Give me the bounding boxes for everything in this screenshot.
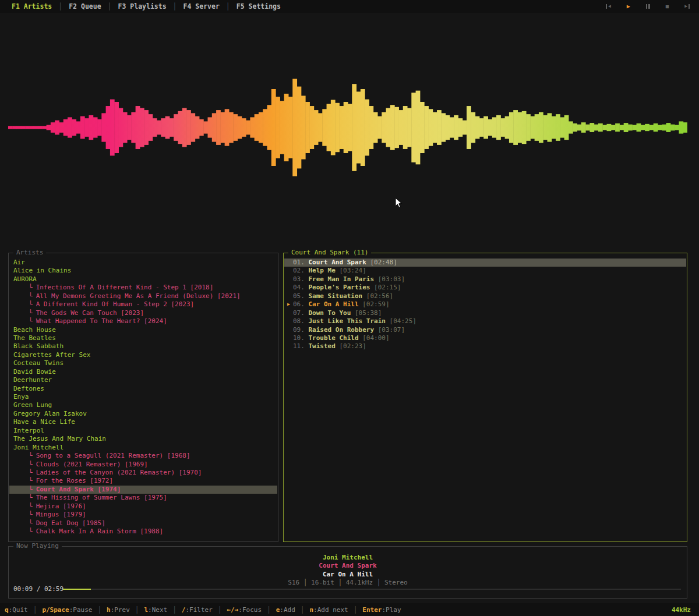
album-row[interactable]: └What Happened To The Heart? [2024] — [9, 317, 277, 325]
track-row[interactable]: 05. Same Situation [02:56] — [284, 292, 686, 300]
spacer — [305, 317, 309, 325]
tree-branch-glyph: └ — [29, 452, 33, 459]
artist-row[interactable]: Cigarettes After Sex — [9, 351, 277, 359]
track-duration: [02:59] — [362, 300, 389, 309]
skip-forward-button[interactable]: ▶ — [684, 4, 690, 9]
artist-row[interactable]: Interpol — [9, 427, 277, 435]
artist-label: David Bowie — [13, 368, 56, 376]
pause-button[interactable] — [646, 4, 650, 9]
album-row[interactable]: └Chalk Mark In A Rain Storm [1988] — [9, 528, 277, 536]
artist-row[interactable]: David Bowie — [9, 368, 277, 376]
progress-bar[interactable] — [63, 589, 681, 590]
track-row[interactable]: 01. Court And Spark [02:48] — [284, 259, 686, 267]
album-row[interactable]: └Infections Of A Different Kind - Step 1… — [9, 284, 277, 292]
artist-row[interactable]: The Jesus And Mary Chain — [9, 435, 277, 443]
keybinding-action: :Quit — [9, 606, 28, 614]
track-number: 07. — [293, 309, 305, 317]
skip-forward-icon: ▶ — [684, 4, 690, 9]
artist-row[interactable]: Alice in Chains — [9, 267, 277, 275]
artist-row[interactable]: Deerhunter — [9, 376, 277, 384]
artist-row[interactable]: The Beatles — [9, 334, 277, 342]
track-row[interactable]: 03. Free Man In Paris [03:03] — [284, 275, 686, 284]
album-row[interactable]: └Court And Spark [1974] — [9, 486, 277, 494]
tree-branch-glyph: └ — [29, 528, 33, 535]
album-row[interactable]: └All My Demons Greeting Me As A Friend (… — [9, 292, 277, 300]
spacer — [336, 342, 340, 351]
menu-tab-f1-artists[interactable]: F1 Artists — [12, 2, 52, 10]
album-row[interactable]: └Dog Eat Dog [1985] — [9, 519, 277, 528]
track-title: Free Man In Paris — [309, 275, 375, 284]
artist-row[interactable]: Have a Nice Life — [9, 418, 277, 426]
album-label: What Happened To The Heart? [2024] — [36, 317, 167, 325]
track-number: 01. — [293, 259, 305, 267]
album-row[interactable]: └The Hissing of Summer Lawns [1975] — [9, 494, 277, 502]
spacer — [305, 284, 309, 292]
spacer — [359, 334, 363, 342]
statusbar-separator: │ — [267, 606, 271, 614]
tree-branch-glyph: └ — [29, 469, 33, 476]
menu-tab-f3-playlists[interactable]: F3 Playlists — [118, 2, 167, 10]
album-label: The Gods We Can Touch [2023] — [36, 309, 144, 317]
progress-bar-fill — [63, 589, 91, 590]
artist-label: Gregory Alan Isakov — [13, 410, 87, 417]
artist-label: Have a Nice Life — [13, 418, 75, 426]
spacer — [305, 309, 309, 317]
artist-row[interactable]: Black Sabbath — [9, 342, 277, 351]
playing-marker-icon — [284, 326, 293, 334]
track-row[interactable]: 04. People's Parties [02:15] — [284, 284, 686, 292]
menu-tab-f5-settings[interactable]: F5 Settings — [236, 2, 281, 10]
artist-row[interactable]: Deftones — [9, 385, 277, 393]
album-row[interactable]: └Mingus [1979] — [9, 511, 277, 519]
menu-separator: │ — [108, 2, 112, 10]
artist-row[interactable]: Air — [9, 259, 277, 267]
artist-label: Cocteau Twins — [13, 359, 63, 367]
album-row[interactable]: └Ladies of the Canyon (2021 Remaster) [1… — [9, 469, 277, 477]
keybinding-key: q — [5, 606, 9, 614]
album-row[interactable]: └A Different Kind Of Human - Step 2 [202… — [9, 300, 277, 309]
keybinding-action: :Play — [382, 606, 401, 614]
artists-panel: Artists AirAlice in ChainsAURORA└Infecti… — [8, 253, 278, 542]
artist-label: Black Sabbath — [13, 342, 63, 350]
album-label: All My Demons Greeting Me As A Friend (D… — [36, 292, 241, 300]
track-title: People's Parties — [309, 284, 370, 292]
artist-row[interactable]: Enya — [9, 393, 277, 401]
album-row[interactable]: └Song to a Seagull (2021 Remaster) [1968… — [9, 452, 277, 460]
track-row[interactable]: 11. Twisted [02:23] — [284, 342, 686, 351]
artist-row[interactable]: Cocteau Twins — [9, 359, 277, 367]
menu-tab-f4-server[interactable]: F4 Server — [183, 2, 220, 10]
keybinding-key: n — [309, 606, 313, 614]
now-playing-track: Car On A Hill — [9, 571, 687, 579]
menu-tab-f2-queue[interactable]: F2 Queue — [69, 2, 101, 10]
artist-row[interactable]: Beach House — [9, 326, 277, 334]
track-row[interactable]: 09. Raised On Robbery [03:07] — [284, 326, 686, 334]
artist-row[interactable]: Joni Mitchell — [9, 444, 277, 452]
album-row[interactable]: └The Gods We Can Touch [2023] — [9, 309, 277, 317]
artist-row[interactable]: AURORA — [9, 275, 277, 284]
track-row[interactable]: 02. Help Me [03:24] — [284, 267, 686, 275]
playing-marker-icon — [284, 259, 293, 267]
artist-row[interactable]: Gregory Alan Isakov — [9, 410, 277, 418]
track-duration: [03:07] — [378, 326, 405, 334]
track-title: Down To You — [309, 309, 351, 317]
album-row[interactable]: └For the Roses [1972] — [9, 477, 277, 485]
track-number: 10. — [293, 334, 305, 342]
artist-label: AURORA — [13, 275, 37, 283]
album-label: Chalk Mark In A Rain Storm [1988] — [36, 528, 164, 535]
skip-back-button[interactable]: ◀ — [606, 4, 611, 9]
artist-label: Joni Mitchell — [13, 444, 63, 451]
album-label: Ladies of the Canyon (2021 Remaster) [19… — [36, 469, 202, 476]
track-row[interactable]: ▶06. Car On A Hill [02:59] — [284, 300, 686, 309]
artist-row[interactable]: Green Lung — [9, 401, 277, 409]
stop-button[interactable]: ■ — [666, 4, 669, 9]
track-row[interactable]: 08. Just Like This Train [04:25] — [284, 317, 686, 325]
transport-controls: ◀▶■▶ — [606, 0, 690, 13]
spacer — [362, 292, 366, 300]
album-row[interactable]: └Clouds (2021 Remaster) [1969] — [9, 461, 277, 469]
track-row[interactable]: 10. Trouble Child [04:00] — [284, 334, 686, 342]
playing-marker-icon — [284, 275, 293, 284]
album-row[interactable]: └Hejira [1976] — [9, 502, 277, 511]
track-row[interactable]: 07. Down To You [05:38] — [284, 309, 686, 317]
track-number: 09. — [293, 326, 305, 334]
play-button[interactable]: ▶ — [627, 3, 630, 9]
album-label: Clouds (2021 Remaster) [1969] — [36, 461, 148, 468]
